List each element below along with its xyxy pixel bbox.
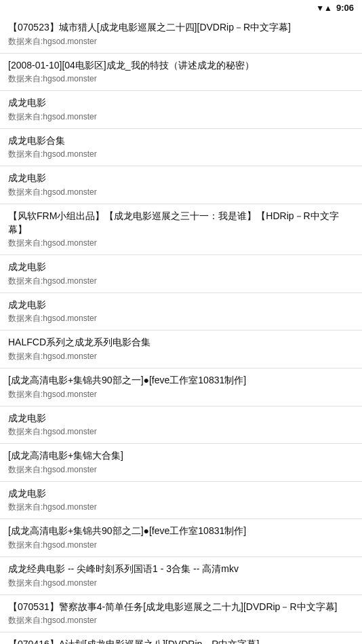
list-item[interactable]: 成龙电影数据来自:hgsod.monster — [0, 293, 362, 331]
list-item[interactable]: 成龙电影数据来自:hgsod.monster — [0, 482, 362, 520]
item-source: 数据来自:hgsod.monster — [8, 149, 354, 160]
item-source: 数据来自:hgsod.monster — [8, 187, 354, 198]
item-source: 数据来自:hgsod.monster — [8, 539, 354, 551]
item-source: 数据来自:hgsod.monster — [8, 276, 354, 287]
list-item[interactable]: HALFCD系列之成龙系列电影合集数据来自:hgsod.monster — [0, 330, 362, 368]
item-title: HALFCD系列之成龙系列电影合集 — [8, 336, 354, 349]
item-title: 【070531】警察故事4-简单任务[成龙电影巡展之二十九][DVDRip－R中… — [8, 601, 354, 614]
item-title: 成龙电影 — [8, 172, 354, 185]
item-source: 数据来自:hgsod.monster — [8, 313, 354, 324]
item-source: 数据来自:hgsod.monster — [8, 464, 354, 476]
list-item[interactable]: 成龙经典电影 -- 尖峰时刻系列国语1 - 3合集 -- 高清mkv数据来自:h… — [0, 557, 362, 595]
list-item[interactable]: 【070531】警察故事4-简单任务[成龙电影巡展之二十九][DVDRip－R中… — [0, 595, 362, 633]
status-bar: ▼▲ 9:06 — [0, 0, 362, 16]
signal-icon: ▼▲ — [316, 3, 332, 13]
item-title: [成龙高清电影+集锦大合集] — [8, 449, 354, 463]
list-item[interactable]: 【070416】A计划[成龙电影巡展之八][DVDRip－R中文字幕]数据来自:… — [0, 632, 362, 644]
list-item[interactable]: 成龙电影数据来自:hgsod.monster — [0, 166, 362, 204]
list-item[interactable]: 【风软FRM小组出品】【成龙电影巡展之三十一：我是谁】【HDRip－R中文字幕】… — [0, 204, 362, 255]
item-source: 数据来自:hgsod.monster — [8, 111, 354, 123]
list-item[interactable]: [2008-01-10][04电影区]成龙_我的特技（讲述成龙的秘密）数据来自:… — [0, 54, 362, 92]
item-source: 数据来自:hgsod.monster — [8, 238, 354, 249]
item-source: 数据来自:hgsod.monster — [8, 73, 354, 85]
item-title: [2008-01-10][04电影区]成龙_我的特技（讲述成龙的秘密） — [8, 59, 354, 73]
list-item[interactable]: 【070523】城市猎人[成龙电影巡展之二十四][DVDRip－R中文字幕]数据… — [0, 16, 362, 54]
item-title: 成龙电影合集 — [8, 134, 354, 148]
item-source: 数据来自:hgsod.monster — [8, 351, 354, 362]
list-item[interactable]: 成龙电影数据来自:hgsod.monster — [0, 255, 362, 293]
item-title: 成龙电影 — [8, 96, 354, 110]
item-source: 数据来自:hgsod.monster — [8, 615, 354, 626]
item-title: 成龙电影 — [8, 261, 354, 274]
item-title: 成龙电影 — [8, 299, 354, 312]
item-source: 数据来自:hgsod.monster — [8, 389, 354, 400]
time: 9:06 — [336, 3, 354, 13]
content-list: 【070523】城市猎人[成龙电影巡展之二十四][DVDRip－R中文字幕]数据… — [0, 16, 362, 644]
item-title: 【070523】城市猎人[成龙电影巡展之二十四][DVDRip－R中文字幕] — [8, 21, 354, 35]
list-item[interactable]: [成龙高清电影+集锦大合集]数据来自:hgsod.monster — [0, 444, 362, 482]
item-title: 成龙电影 — [8, 412, 354, 425]
item-title: [成龙高清电影+集锦共90部之一]●[feve工作室10831制作] — [8, 374, 354, 387]
item-title: 成龙经典电影 -- 尖峰时刻系列国语1 - 3合集 -- 高清mkv — [8, 563, 354, 576]
list-item[interactable]: 成龙电影合集数据来自:hgsod.monster — [0, 129, 362, 167]
item-title: [成龙高清电影+集锦共90部之二]●[feve工作室10831制作] — [8, 525, 354, 538]
list-item[interactable]: 成龙电影数据来自:hgsod.monster — [0, 406, 362, 444]
item-source: 数据来自:hgsod.monster — [8, 577, 354, 589]
item-title: 【风软FRM小组出品】【成龙电影巡展之三十一：我是谁】【HDRip－R中文字幕】 — [8, 210, 354, 236]
list-item[interactable]: [成龙高清电影+集锦共90部之二]●[feve工作室10831制作]数据来自:h… — [0, 519, 362, 557]
item-source: 数据来自:hgsod.monster — [8, 426, 354, 438]
item-source: 数据来自:hgsod.monster — [8, 36, 354, 48]
item-title: 成龙电影 — [8, 487, 354, 501]
list-item[interactable]: 成龙电影数据来自:hgsod.monster — [0, 91, 362, 129]
list-item[interactable]: [成龙高清电影+集锦共90部之一]●[feve工作室10831制作]数据来自:h… — [0, 368, 362, 406]
item-source: 数据来自:hgsod.monster — [8, 501, 354, 513]
item-title: 【070416】A计划[成龙电影巡展之八][DVDRip－R中文字幕] — [8, 638, 354, 644]
